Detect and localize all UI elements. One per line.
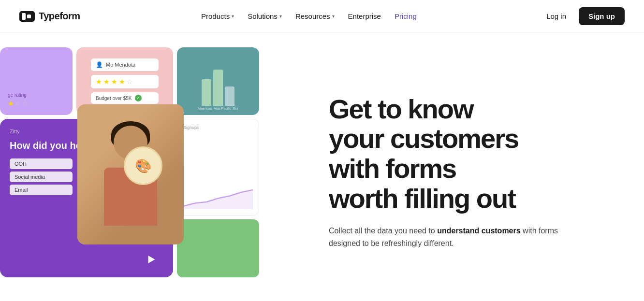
- svg-marker-0: [183, 190, 253, 209]
- star-2: ☆: [15, 100, 21, 107]
- chevron-down-icon: ▾: [232, 14, 234, 19]
- star-rating: ★ ☆ ☆: [8, 100, 65, 107]
- navigation: Typeform Products ▾ Solutions ▾ Resource…: [0, 0, 644, 33]
- signups-label: Signups: [183, 125, 253, 130]
- nav-enterprise[interactable]: Enterprise: [342, 8, 387, 24]
- bar-3: [225, 86, 234, 106]
- nav-links: Products ▾ Solutions ▾ Resources ▾ Enter…: [195, 8, 423, 24]
- cursor-icon: [145, 256, 155, 265]
- logo-link[interactable]: Typeform: [19, 11, 80, 22]
- logo-icon: [19, 11, 35, 22]
- bar-chart-card: Americas Asia Pacific Eur: [177, 47, 259, 115]
- nav-solutions[interactable]: Solutions ▾: [242, 8, 288, 24]
- logo-dot-short: [27, 14, 31, 18]
- main-content: ge rating ★ ☆ ☆ 👤 Mo Mendota ★ ★ ★ ★: [0, 33, 644, 301]
- rating-card: ge rating ★ ☆ ☆: [0, 47, 73, 115]
- nav-products[interactable]: Products ▾: [195, 8, 240, 24]
- held-object: 🎨: [124, 146, 162, 185]
- option-1: OOH: [10, 158, 73, 169]
- nav-actions: Log in Sign up: [538, 7, 625, 25]
- logo-dot-tall: [22, 13, 26, 20]
- budget-badge: Budget over $5K ✓: [91, 92, 159, 104]
- hero-text-section: Get to know your customers with forms wo…: [300, 33, 644, 301]
- login-button[interactable]: Log in: [538, 7, 575, 25]
- hero-headline: Get to know your customers with forms wo…: [329, 94, 615, 213]
- star-3: ☆: [22, 100, 29, 107]
- bar-1: [202, 79, 211, 106]
- mini-bar-chart: [202, 70, 234, 106]
- star-input: ★ ★ ★ ★ ☆: [91, 75, 159, 88]
- user-icon: 👤: [96, 61, 103, 68]
- name-input: 👤 Mo Mendota: [91, 58, 159, 71]
- nav-pricing[interactable]: Pricing: [389, 8, 423, 24]
- signups-card: Signups: [177, 119, 259, 215]
- bar-2: [213, 70, 223, 106]
- hero-subtext: Collect all the data you need to underst…: [329, 225, 561, 249]
- star-1: ★: [8, 100, 14, 107]
- option-3: Email: [10, 185, 73, 195]
- check-icon: ✓: [135, 95, 142, 101]
- chart-labels: Americas Asia Pacific Eur: [198, 107, 238, 110]
- option-2: Social media: [10, 172, 73, 182]
- nav-resources[interactable]: Resources ▾: [290, 8, 340, 24]
- signup-button[interactable]: Sign up: [579, 7, 625, 25]
- person-body: 🎨: [77, 104, 184, 244]
- chevron-down-icon: ▾: [279, 14, 282, 19]
- line-chart-svg: [183, 185, 253, 209]
- chevron-down-icon: ▾: [332, 14, 335, 19]
- green-accent-card: [177, 219, 259, 277]
- hero-visuals: ge rating ★ ☆ ☆ 👤 Mo Mendota ★ ★ ★ ★: [0, 33, 300, 301]
- line-chart: [183, 132, 253, 209]
- rating-label: ge rating: [8, 92, 65, 98]
- brand-name: Typeform: [39, 11, 80, 22]
- person-photo: 🎨: [77, 104, 184, 244]
